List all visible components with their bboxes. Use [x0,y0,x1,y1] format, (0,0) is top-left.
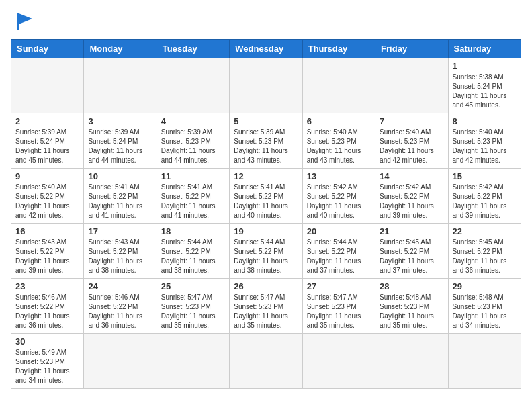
day-number: 15 [453,171,517,181]
calendar-week-row: 16Sunrise: 5:43 AMSunset: 5:22 PMDayligh… [11,224,521,279]
cell-info: Sunrise: 5:48 AMSunset: 5:23 PMDaylight:… [453,293,517,330]
day-number: 19 [234,226,298,236]
day-number: 14 [380,171,443,181]
day-number: 22 [453,226,517,236]
header-sunday: Sunday [11,40,84,58]
calendar-cell [448,334,521,389]
calendar-cell: 13Sunrise: 5:42 AMSunset: 5:22 PMDayligh… [302,169,375,224]
calendar-cell: 6Sunrise: 5:40 AMSunset: 5:23 PMDaylight… [302,113,375,169]
svg-rect-1 [17,13,19,30]
cell-info: Sunrise: 5:41 AMSunset: 5:22 PMDaylight:… [161,183,225,220]
day-number: 11 [161,171,225,181]
calendar-cell: 7Sunrise: 5:40 AMSunset: 5:23 PMDaylight… [375,113,448,169]
calendar-cell [375,58,448,113]
calendar-cell: 28Sunrise: 5:48 AMSunset: 5:23 PMDayligh… [375,279,448,334]
calendar-header-row: SundayMondayTuesdayWednesdayThursdayFrid… [11,40,521,58]
header-friday: Friday [375,40,448,58]
calendar-cell: 5Sunrise: 5:39 AMSunset: 5:23 PMDaylight… [230,113,302,169]
day-number: 24 [88,281,152,291]
calendar-cell [84,334,157,389]
logo-icon [13,11,35,32]
day-number: 5 [234,116,298,126]
cell-info: Sunrise: 5:46 AMSunset: 5:22 PMDaylight:… [15,293,79,330]
calendar-cell: 25Sunrise: 5:47 AMSunset: 5:23 PMDayligh… [157,279,229,334]
cell-info: Sunrise: 5:40 AMSunset: 5:23 PMDaylight:… [453,128,517,165]
day-number: 12 [234,171,298,181]
calendar-cell [157,334,229,389]
header-tuesday: Tuesday [157,40,229,58]
day-number: 29 [453,281,517,291]
calendar-cell [157,58,229,113]
header-monday: Monday [84,40,157,58]
cell-info: Sunrise: 5:47 AMSunset: 5:23 PMDaylight:… [234,293,298,330]
calendar-cell: 9Sunrise: 5:40 AMSunset: 5:22 PMDaylight… [11,169,84,224]
cell-info: Sunrise: 5:45 AMSunset: 5:22 PMDaylight:… [380,238,443,275]
calendar-cell [11,58,84,113]
cell-info: Sunrise: 5:41 AMSunset: 5:22 PMDaylight:… [88,183,152,220]
day-number: 2 [15,116,79,126]
day-number: 8 [453,116,517,126]
day-number: 18 [161,226,225,236]
header-wednesday: Wednesday [230,40,302,58]
calendar-cell: 15Sunrise: 5:42 AMSunset: 5:22 PMDayligh… [448,169,521,224]
calendar-cell: 23Sunrise: 5:46 AMSunset: 5:22 PMDayligh… [11,279,84,334]
calendar-cell: 14Sunrise: 5:42 AMSunset: 5:22 PMDayligh… [375,169,448,224]
day-number: 10 [88,171,152,181]
calendar-cell: 21Sunrise: 5:45 AMSunset: 5:22 PMDayligh… [375,224,448,279]
calendar-cell [302,58,375,113]
cell-info: Sunrise: 5:44 AMSunset: 5:22 PMDaylight:… [161,238,225,275]
calendar-week-row: 2Sunrise: 5:39 AMSunset: 5:24 PMDaylight… [11,113,521,169]
cell-info: Sunrise: 5:49 AMSunset: 5:23 PMDaylight:… [15,348,79,385]
calendar-cell [230,58,302,113]
day-number: 7 [380,116,443,126]
calendar-cell: 29Sunrise: 5:48 AMSunset: 5:23 PMDayligh… [448,279,521,334]
calendar-cell: 20Sunrise: 5:44 AMSunset: 5:22 PMDayligh… [302,224,375,279]
calendar-cell: 24Sunrise: 5:46 AMSunset: 5:22 PMDayligh… [84,279,157,334]
day-number: 16 [15,226,79,236]
day-number: 20 [307,226,371,236]
calendar-cell: 18Sunrise: 5:44 AMSunset: 5:22 PMDayligh… [157,224,229,279]
cell-info: Sunrise: 5:42 AMSunset: 5:22 PMDaylight:… [380,183,443,220]
calendar-cell: 30Sunrise: 5:49 AMSunset: 5:23 PMDayligh… [11,334,84,389]
calendar-cell [302,334,375,389]
calendar-cell: 1Sunrise: 5:38 AMSunset: 5:24 PMDaylight… [448,58,521,113]
day-number: 13 [307,171,371,181]
calendar-cell [84,58,157,113]
cell-info: Sunrise: 5:38 AMSunset: 5:24 PMDaylight:… [453,73,517,110]
cell-info: Sunrise: 5:47 AMSunset: 5:23 PMDaylight:… [161,293,225,330]
calendar-cell: 11Sunrise: 5:41 AMSunset: 5:22 PMDayligh… [157,169,229,224]
page-header [11,11,521,32]
calendar-cell: 3Sunrise: 5:39 AMSunset: 5:24 PMDaylight… [84,113,157,169]
cell-info: Sunrise: 5:48 AMSunset: 5:23 PMDaylight:… [380,293,443,330]
day-number: 28 [380,281,443,291]
calendar-cell: 12Sunrise: 5:41 AMSunset: 5:22 PMDayligh… [230,169,302,224]
cell-info: Sunrise: 5:39 AMSunset: 5:24 PMDaylight:… [88,128,152,165]
logo [11,11,35,32]
calendar-cell: 4Sunrise: 5:39 AMSunset: 5:23 PMDaylight… [157,113,229,169]
calendar-week-row: 23Sunrise: 5:46 AMSunset: 5:22 PMDayligh… [11,279,521,334]
cell-info: Sunrise: 5:47 AMSunset: 5:23 PMDaylight:… [307,293,371,330]
calendar-cell: 8Sunrise: 5:40 AMSunset: 5:23 PMDaylight… [448,113,521,169]
day-number: 25 [161,281,225,291]
calendar-cell: 19Sunrise: 5:44 AMSunset: 5:22 PMDayligh… [230,224,302,279]
calendar-table: SundayMondayTuesdayWednesdayThursdayFrid… [11,39,521,389]
day-number: 21 [380,226,443,236]
header-thursday: Thursday [302,40,375,58]
calendar-cell: 17Sunrise: 5:43 AMSunset: 5:22 PMDayligh… [84,224,157,279]
calendar-cell: 10Sunrise: 5:41 AMSunset: 5:22 PMDayligh… [84,169,157,224]
header-saturday: Saturday [448,40,521,58]
day-number: 9 [15,171,79,181]
calendar-week-row: 30Sunrise: 5:49 AMSunset: 5:23 PMDayligh… [11,334,521,389]
day-number: 6 [307,116,371,126]
cell-info: Sunrise: 5:43 AMSunset: 5:22 PMDaylight:… [88,238,152,275]
cell-info: Sunrise: 5:39 AMSunset: 5:24 PMDaylight:… [15,128,79,165]
day-number: 26 [234,281,298,291]
cell-info: Sunrise: 5:44 AMSunset: 5:22 PMDaylight:… [307,238,371,275]
day-number: 17 [88,226,152,236]
cell-info: Sunrise: 5:42 AMSunset: 5:22 PMDaylight:… [307,183,371,220]
cell-info: Sunrise: 5:40 AMSunset: 5:23 PMDaylight:… [380,128,443,165]
cell-info: Sunrise: 5:46 AMSunset: 5:22 PMDaylight:… [88,293,152,330]
cell-info: Sunrise: 5:39 AMSunset: 5:23 PMDaylight:… [234,128,298,165]
cell-info: Sunrise: 5:39 AMSunset: 5:23 PMDaylight:… [161,128,225,165]
day-number: 27 [307,281,371,291]
